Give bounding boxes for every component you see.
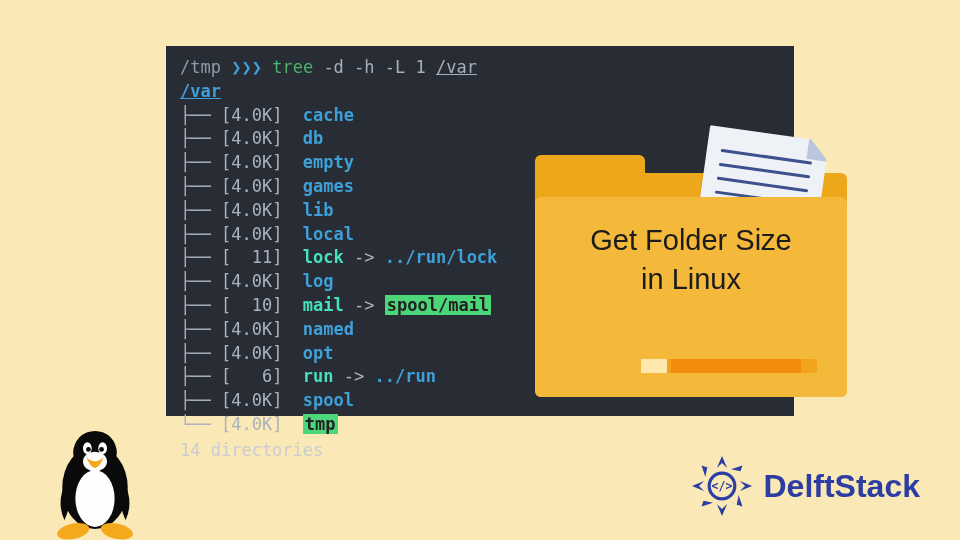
svg-marker-14 (730, 466, 742, 478)
brand-text: DelftStack (764, 468, 921, 505)
tree-root: /var (180, 80, 780, 104)
command-argument: /var (436, 57, 477, 77)
svg-point-7 (99, 447, 104, 452)
progress-bar (641, 359, 817, 373)
terminal-prompt: /tmp ❯❯❯ tree -d -h -L 1 /var (180, 56, 780, 80)
svg-marker-10 (716, 456, 726, 468)
svg-marker-16 (701, 495, 713, 507)
svg-marker-17 (701, 466, 713, 478)
command-name: tree (272, 57, 313, 77)
prompt-arrows: ❯❯❯ (231, 57, 262, 77)
svg-marker-13 (691, 481, 703, 491)
svg-point-3 (83, 452, 107, 472)
svg-point-6 (86, 447, 91, 452)
brand-mark-icon: </> (690, 454, 754, 518)
card-title: Get Folder Size in Linux (535, 221, 847, 299)
tux-penguin-icon (40, 420, 150, 540)
svg-text:</>: </> (711, 479, 732, 493)
tree-row: └── [4.0K] tmp (180, 413, 780, 437)
svg-point-2 (75, 470, 114, 527)
svg-marker-12 (716, 504, 726, 516)
svg-marker-15 (730, 495, 742, 507)
folder-card: Get Folder Size in Linux (535, 155, 847, 397)
command-options: -d -h -L 1 (323, 57, 425, 77)
tree-row: ├── [4.0K] db (180, 127, 780, 151)
delftstack-logo: </> DelftStack (690, 454, 921, 518)
tree-row: ├── [4.0K] cache (180, 104, 780, 128)
title-line-1: Get Folder Size (590, 224, 791, 256)
prompt-path: /tmp (180, 57, 221, 77)
svg-marker-11 (739, 481, 751, 491)
title-line-2: in Linux (641, 263, 741, 295)
